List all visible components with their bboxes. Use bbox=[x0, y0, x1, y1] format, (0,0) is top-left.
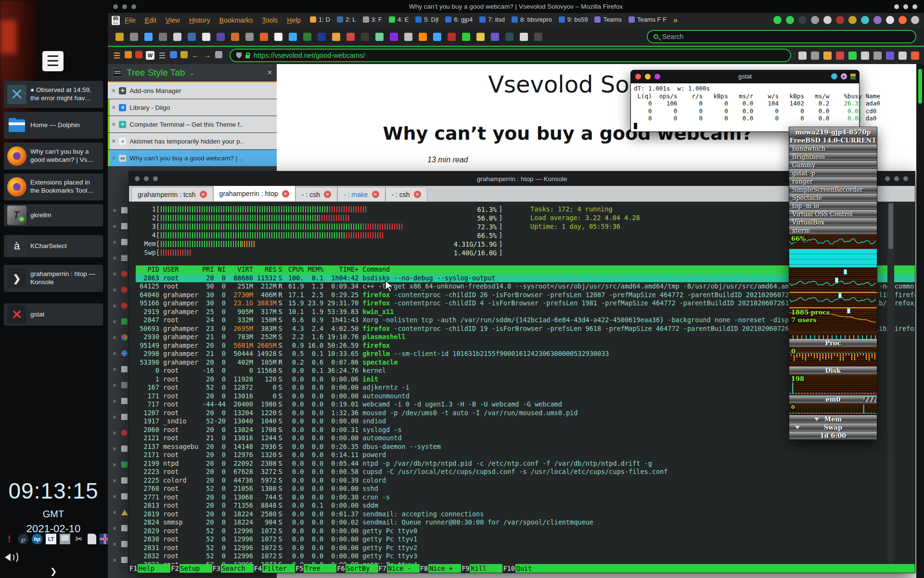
sidebar-tab[interactable]: ×vsWhy can’t you buy a good webcam? | .. bbox=[108, 150, 277, 166]
url-text[interactable]: https://vsevolod.net/good-webcams/ bbox=[254, 52, 365, 59]
urlbar-action-icon[interactable] bbox=[886, 52, 894, 60]
toolbar-icon[interactable] bbox=[125, 51, 132, 58]
toolbar-action-icon[interactable] bbox=[848, 16, 857, 24]
menu-file[interactable]: File bbox=[125, 16, 136, 24]
launcher-bandwhich[interactable]: bandwhich bbox=[789, 144, 877, 153]
process-row[interactable]: 2223root200676283272S0.00.00:00.58cupsd … bbox=[136, 468, 915, 476]
back-icon[interactable]: ← bbox=[191, 51, 200, 60]
bookmark-item[interactable]: 1: D bbox=[310, 16, 330, 23]
tray-lt-icon[interactable]: LT bbox=[46, 534, 56, 544]
scrollbar-thumb[interactable] bbox=[888, 203, 893, 249]
extension-icon[interactable] bbox=[433, 33, 441, 41]
column-header-ni[interactable]: NI bbox=[214, 265, 226, 273]
extension-icon[interactable] bbox=[491, 33, 499, 41]
tab-close-icon[interactable]: × bbox=[113, 350, 116, 357]
extension-icon[interactable] bbox=[332, 33, 340, 41]
gstat-titlebar[interactable]: gstat bbox=[630, 70, 860, 83]
extension-icon[interactable] bbox=[173, 33, 181, 41]
hamburger-menu-icon[interactable]: ☰ bbox=[113, 51, 121, 60]
toolbar-action-icon[interactable] bbox=[861, 16, 869, 24]
process-row[interactable]: 2137messagebu200141482936S0.00.00:26.35d… bbox=[136, 443, 915, 451]
circle-icon[interactable] bbox=[831, 73, 837, 79]
tab-close-icon[interactable]: × bbox=[113, 397, 116, 405]
extension-icon[interactable] bbox=[245, 33, 254, 41]
toolbar-action-icon[interactable] bbox=[823, 16, 832, 24]
bookmark-item[interactable]: Teams F F bbox=[629, 16, 667, 23]
tray-alert-icon[interactable]: ! bbox=[4, 534, 14, 544]
tab-close-icon[interactable]: × bbox=[113, 525, 116, 532]
disk-section-bar[interactable]: Disk bbox=[789, 367, 877, 375]
terminal-tab[interactable]: - : make✕ bbox=[337, 187, 385, 201]
terminal-tab[interactable]: grahamperrin : tcsh✕ bbox=[131, 187, 213, 201]
toolbar-action-icon[interactable] bbox=[811, 16, 819, 24]
bookmark-item[interactable]: 5: D|l bbox=[415, 16, 438, 23]
launcher-top-m-io[interactable]: top -m io bbox=[789, 202, 877, 210]
fkey-kill[interactable]: F9Kill bbox=[461, 564, 502, 573]
extension-icon[interactable] bbox=[217, 33, 225, 41]
toolbar-action-icon[interactable] bbox=[911, 16, 919, 24]
tab-close-icon[interactable]: ✕ bbox=[324, 191, 331, 198]
task-item-gstat[interactable]: ✕gstat bbox=[4, 303, 103, 326]
chevron-down-icon[interactable]: ⌄ bbox=[189, 69, 194, 77]
tab-close-icon[interactable]: ✕ bbox=[282, 190, 289, 197]
task-item-konsole[interactable]: ❯grahamperrin : htop — Konsole bbox=[4, 265, 103, 292]
toolbar-action-icon[interactable] bbox=[773, 16, 782, 24]
tab-close-icon[interactable]: × bbox=[113, 540, 116, 548]
em0-section-bar[interactable]: em0 bbox=[789, 395, 877, 404]
column-header-pid[interactable]: PID bbox=[136, 265, 159, 273]
process-row[interactable]: 2829root520129961072S0.00.00:00.00getty … bbox=[136, 527, 915, 536]
launcher-xterm[interactable]: xterm bbox=[789, 226, 877, 235]
task-item-firefox[interactable]: Why can’t you buy a good webcam? | Vs… bbox=[4, 143, 103, 170]
tab-close-icon[interactable]: × bbox=[113, 366, 116, 373]
fkey-tree[interactable]: F5Tree bbox=[295, 564, 336, 573]
process-row[interactable]: 2199ntpd200220922308S0.00.00:05.44ntpd -… bbox=[136, 460, 915, 468]
task-item-vscode[interactable]: ⨉● Observed at 14:59, the error might ha… bbox=[4, 81, 103, 108]
menu-tools[interactable]: Tools bbox=[262, 16, 278, 24]
process-row[interactable]: 2831root520129961072S0.00.00:00.00getty … bbox=[136, 544, 915, 552]
scrollbar-thumb[interactable] bbox=[918, 69, 922, 104]
toolbar-action-icon[interactable] bbox=[886, 16, 894, 24]
launcher-ranger[interactable]: ranger bbox=[789, 177, 877, 185]
tab-close-icon[interactable]: × bbox=[113, 477, 116, 485]
process-row[interactable]: 2768root520210561380S0.00.00:00.00sshd bbox=[136, 485, 915, 493]
window-buttons-right[interactable] bbox=[894, 4, 917, 9]
tab-close-icon[interactable]: × bbox=[113, 556, 116, 564]
process-row[interactable]: 2171root200129761320S0.00.00:14.11powerd bbox=[136, 451, 915, 460]
tab-close-icon[interactable]: × bbox=[112, 87, 116, 94]
urlbar-action-icon[interactable] bbox=[848, 52, 857, 60]
tab-close-icon[interactable]: × bbox=[113, 334, 116, 342]
close-icon[interactable] bbox=[635, 74, 641, 79]
terminal-scrollbar[interactable] bbox=[887, 202, 894, 564]
task-item-firefox[interactable]: Extensions placed in the Bookmarks Tool… bbox=[4, 173, 103, 200]
terminal-tab[interactable]: - : csh✕ bbox=[295, 187, 337, 201]
panel-expander-icon[interactable]: ❯ bbox=[0, 566, 107, 577]
extension-icon[interactable] bbox=[419, 33, 427, 41]
process-row[interactable]: 2830root520129961072S0.00.00:00.00getty … bbox=[136, 535, 915, 544]
bookmarks-overflow-chevron[interactable]: » bbox=[673, 16, 678, 25]
toolbar-icon[interactable] bbox=[180, 51, 188, 58]
column-header-user[interactable]: USER bbox=[159, 265, 198, 273]
urlbar-action-icon[interactable] bbox=[911, 52, 919, 60]
window-traffic-lights[interactable] bbox=[635, 74, 660, 79]
menu-history[interactable]: History bbox=[189, 16, 210, 24]
fkey-filter[interactable]: F4Filter bbox=[254, 564, 295, 573]
gkrellm-header[interactable]: mowa219-gjp4-8570p FreeBSD 14.0-CURRENT bbox=[789, 127, 877, 144]
column-header-time[interactable]: TIME+ bbox=[323, 265, 359, 273]
terminal-tab[interactable]: grahamperrin : htop✕ bbox=[213, 185, 295, 201]
process-row[interactable]: 2819root200182242580S0.00.00:01.37sendma… bbox=[136, 510, 915, 519]
launcher-brightness[interactable]: Brightness bbox=[789, 153, 877, 161]
task-item-kchar[interactable]: àKCharSelect bbox=[4, 235, 103, 257]
bookmark-item[interactable]: 3: F bbox=[363, 16, 382, 23]
wikipedia-icon[interactable]: W bbox=[146, 51, 154, 60]
extension-icon[interactable] bbox=[520, 33, 528, 41]
sidebar-tab[interactable]: ×✚Add-ons Manager bbox=[108, 82, 277, 99]
window-buttons-left[interactable] bbox=[135, 176, 158, 181]
url-bar[interactable]: https://vsevolod.net/good-webcams/ bbox=[230, 49, 791, 62]
task-item-folder[interactable]: Home — Dolphin bbox=[4, 112, 103, 139]
process-row[interactable]: 2225colord200447365972S0.00.00:00.39colo… bbox=[136, 476, 915, 485]
extension-icon[interactable] bbox=[505, 33, 513, 41]
extension-icon[interactable] bbox=[144, 33, 153, 41]
tab-close-icon[interactable]: × bbox=[113, 286, 116, 294]
tab-close-icon[interactable]: × bbox=[113, 254, 116, 262]
urlbar-action-icon[interactable] bbox=[798, 52, 807, 60]
